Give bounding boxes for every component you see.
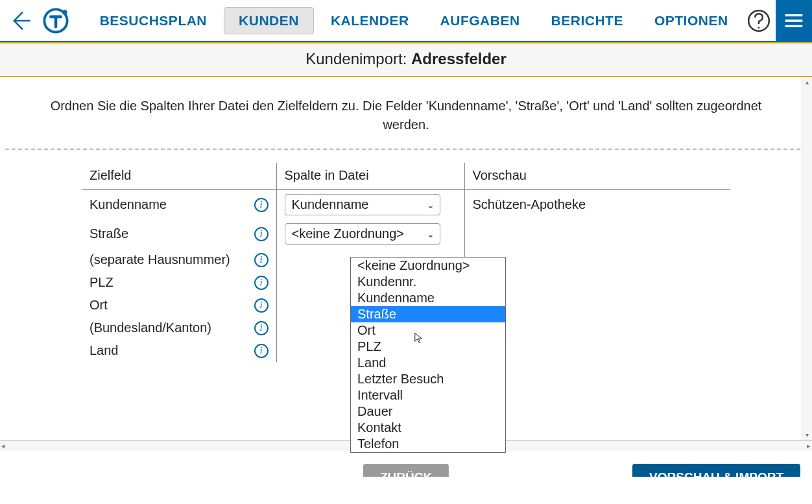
dropdown-option[interactable]: Dauer <box>351 403 505 420</box>
source-column-cell: <keine Zuordnung>⌄ <box>276 219 464 248</box>
nav-kalender[interactable]: KALENDER <box>316 8 424 34</box>
target-field-cell: Kundennamei <box>82 190 276 220</box>
info-icon[interactable]: i <box>254 344 269 358</box>
dropdown-option[interactable]: Land <box>351 355 505 371</box>
target-field-cell: Orti <box>82 294 276 317</box>
vertical-scrollbar[interactable]: ▴▾ <box>802 77 812 440</box>
column-dropdown[interactable]: <keine Zuordnung>Kundennr.KundennameStra… <box>350 257 506 453</box>
header-preview: Vorschau <box>464 163 730 190</box>
table-row: Straßei<keine Zuordnung>⌄ <box>82 219 730 248</box>
select-value: Kundenname <box>292 197 369 212</box>
nav-aufgaben[interactable]: AUFGABEN <box>426 8 534 34</box>
dropdown-option[interactable]: Straße <box>351 306 505 322</box>
target-field-cell: PLZi <box>82 271 276 294</box>
import-button[interactable]: VORSCHAU & IMPORT <box>632 464 800 477</box>
target-field-cell: Straßei <box>82 219 276 248</box>
dropdown-option[interactable]: Telefon <box>351 436 505 452</box>
dropdown-option[interactable]: Kontakt <box>351 420 505 436</box>
source-column-cell: Kundenname⌄ <box>276 190 464 220</box>
app-logo <box>39 0 73 41</box>
main-nav: BESUCHSPLAN KUNDEN KALENDER AUFGABEN BER… <box>73 0 743 41</box>
dropdown-option[interactable]: Letzter Besuch <box>351 371 505 387</box>
target-field-cell: Landi <box>82 339 276 362</box>
target-field-cell: (Bundesland/Kanton)i <box>82 317 276 339</box>
info-icon[interactable]: i <box>254 253 269 267</box>
info-icon[interactable]: i <box>254 321 269 335</box>
preview-cell: Schützen-Apotheke <box>464 190 730 220</box>
menu-button[interactable] <box>776 0 812 41</box>
select-value: <keine Zuordnung> <box>292 226 404 241</box>
info-icon[interactable]: i <box>254 198 269 212</box>
dropdown-option[interactable]: PLZ <box>351 339 505 355</box>
target-field-cell: (separate Hausnummer)i <box>82 248 276 271</box>
instruction-text: Ordnen Sie die Spalten Ihrer Datei den Z… <box>33 97 779 134</box>
dropdown-option[interactable]: <keine Zuordnung> <box>351 258 505 274</box>
divider <box>5 149 807 150</box>
chevron-down-icon: ⌄ <box>427 200 435 210</box>
header-target: Zielfeld <box>82 163 276 190</box>
page-title-section: Adressfelder <box>411 50 507 67</box>
back-arrow[interactable] <box>0 0 39 41</box>
page-title-prefix: Kundenimport: <box>305 50 411 67</box>
nav-kunden[interactable]: KUNDEN <box>224 7 314 34</box>
dropdown-option[interactable]: Intervall <box>351 387 505 403</box>
header-source: Spalte in Datei <box>276 163 464 190</box>
help-button[interactable] <box>743 0 776 41</box>
dropdown-option[interactable]: Kundenname <box>351 290 505 306</box>
source-column-select[interactable]: Kundenname⌄ <box>285 194 440 215</box>
footer-actions: ZURÜCK VORSCHAU & IMPORT <box>0 451 812 477</box>
nav-optionen[interactable]: OPTIONEN <box>640 8 743 34</box>
dropdown-option[interactable]: Kundennr. <box>351 274 505 290</box>
svg-point-3 <box>758 27 760 29</box>
nav-berichte[interactable]: BERICHTE <box>537 8 638 34</box>
svg-point-1 <box>62 10 67 15</box>
dropdown-option[interactable]: Ort <box>351 322 505 339</box>
info-icon[interactable]: i <box>254 298 269 313</box>
table-row: KundennameiKundenname⌄Schützen-Apotheke <box>82 190 730 220</box>
preview-cell <box>464 219 730 248</box>
back-button[interactable]: ZURÜCK <box>363 464 449 477</box>
source-column-select[interactable]: <keine Zuordnung>⌄ <box>285 223 440 245</box>
nav-besuchsplan[interactable]: BESUCHSPLAN <box>86 8 221 34</box>
info-icon[interactable]: i <box>254 276 269 290</box>
info-icon[interactable]: i <box>254 227 269 241</box>
chevron-down-icon: ⌄ <box>427 229 435 239</box>
page-title: Kundenimport: Adressfelder <box>0 42 812 77</box>
